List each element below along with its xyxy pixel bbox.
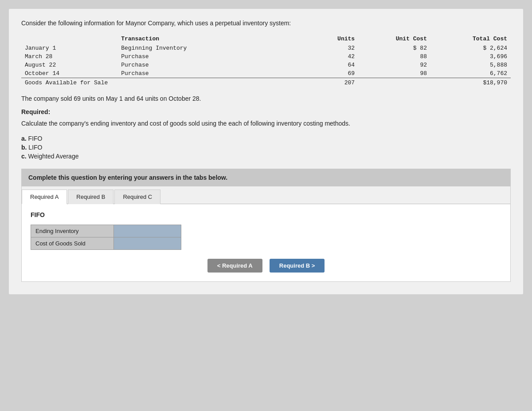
totals-transaction [117, 78, 294, 87]
row-total-cost: 5,888 [430, 61, 511, 69]
intro-text: Consider the following information for M… [21, 20, 511, 27]
inventory-rows: January 1 Beginning Inventory 32 $ 82 $ … [21, 44, 511, 78]
fifo-rows: Ending Inventory Cost of Goods Sold [31, 225, 181, 250]
totals-units: 207 [294, 78, 358, 87]
method-letter: c. [21, 153, 27, 160]
row-date: January 1 [21, 44, 117, 52]
row-transaction: Purchase [117, 61, 294, 69]
required-label: Required: [21, 108, 511, 115]
calculate-text: Calculate the company's ending inventory… [21, 120, 511, 127]
row-total-cost: $ 2,624 [430, 44, 511, 52]
fifo-table: Ending Inventory Cost of Goods Sold [31, 225, 181, 250]
main-page: Consider the following information for M… [9, 9, 523, 294]
fifo-title: FIFO [31, 211, 501, 218]
row-unit-cost: $ 82 [358, 44, 430, 52]
header-total-cost: Total Cost [430, 35, 511, 44]
tab-required-c[interactable]: Required C [114, 190, 160, 204]
method-item: b. LIFO [21, 144, 511, 151]
tab-area: Required ARequired BRequired C FIFO Endi… [21, 186, 511, 282]
tab-required-a[interactable]: Required A [22, 190, 67, 204]
row-unit-cost: 98 [358, 69, 430, 78]
row-transaction: Beginning Inventory [117, 44, 294, 52]
totals-totalcost: $18,970 [430, 78, 511, 87]
row-transaction: Purchase [117, 69, 294, 78]
method-letter: a. [21, 135, 27, 142]
table-row: August 22 Purchase 64 92 5,888 [21, 61, 511, 69]
row-units: 69 [294, 69, 358, 78]
row-units: 42 [294, 52, 358, 61]
row-transaction: Purchase [117, 52, 294, 61]
method-item: a. FIFO [21, 135, 511, 142]
table-header-row: Transaction Units Unit Cost Total Cost [21, 35, 511, 44]
row-units: 32 [294, 44, 358, 52]
row-date: August 22 [21, 61, 117, 69]
totals-row: Goods Available for Sale 207 $18,970 [21, 78, 511, 87]
method-item: c. Weighted Average [21, 153, 511, 160]
complete-box: Complete this question by entering your … [21, 169, 511, 186]
row-unit-cost: 92 [358, 61, 430, 69]
row-unit-cost: 88 [358, 52, 430, 61]
row-total-cost: 6,762 [430, 69, 511, 78]
fifo-row-label: Ending Inventory [31, 225, 114, 237]
row-date: March 28 [21, 52, 117, 61]
prev-button[interactable]: < Required A [207, 259, 262, 273]
totals-label: Goods Available for Sale [21, 78, 117, 87]
fifo-row: Ending Inventory [31, 225, 181, 237]
table-row: October 14 Purchase 69 98 6,762 [21, 69, 511, 78]
sold-text: The company sold 69 units on May 1 and 6… [21, 95, 511, 102]
row-date: October 14 [21, 69, 117, 78]
fifo-row: Cost of Goods Sold [31, 237, 181, 250]
tab-content: FIFO Ending Inventory Cost of Goods Sold… [22, 204, 510, 281]
tabs-container: Required ARequired BRequired C [22, 186, 510, 204]
table-row: January 1 Beginning Inventory 32 $ 82 $ … [21, 44, 511, 52]
header-unit-cost: Unit Cost [358, 35, 430, 44]
row-total-cost: 3,696 [430, 52, 511, 61]
row-units: 64 [294, 61, 358, 69]
tab-required-b[interactable]: Required B [68, 190, 113, 204]
fifo-row-label: Cost of Goods Sold [31, 237, 114, 250]
fifo-row-input[interactable] [114, 225, 181, 237]
method-letter: b. [21, 144, 27, 151]
complete-box-text: Complete this question by entering your … [28, 174, 227, 181]
nav-buttons: < Required A Required B > [31, 259, 501, 273]
header-units: Units [294, 35, 358, 44]
totals-unitcost [358, 78, 430, 87]
next-button[interactable]: Required B > [270, 259, 325, 273]
inventory-table: Transaction Units Unit Cost Total Cost J… [21, 35, 511, 87]
header-transaction: Transaction [117, 35, 294, 44]
header-date [21, 35, 117, 44]
fifo-row-input[interactable] [114, 237, 181, 250]
methods-list: a. FIFOb. LIFOc. Weighted Average [21, 135, 511, 160]
table-row: March 28 Purchase 42 88 3,696 [21, 52, 511, 61]
